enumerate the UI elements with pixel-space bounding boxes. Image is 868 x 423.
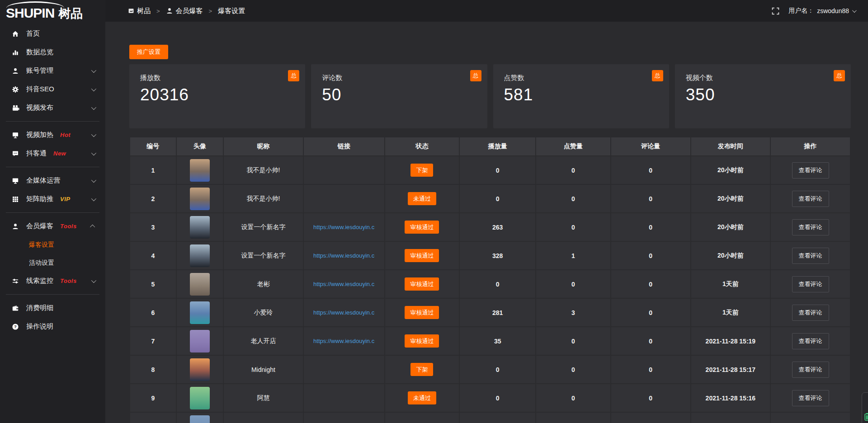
row-number-cell: 5	[130, 270, 176, 298]
breadcrumb-separator: >	[156, 8, 160, 14]
row-number-cell: 9	[130, 384, 176, 412]
stat-card: 评论数50总	[311, 64, 487, 128]
table-column-header: 昵称	[224, 137, 303, 155]
view-comments-button[interactable]: 查看评论	[792, 191, 829, 207]
breadcrumb-label: 树品	[137, 7, 151, 15]
sidebar-item[interactable]: 账号管理	[0, 61, 105, 80]
sidebar-item[interactable]: 会员爆客Tools	[0, 217, 105, 235]
status-badge[interactable]: 未通过	[408, 391, 436, 404]
sidebar-subitem[interactable]: 爆客设置	[0, 235, 105, 254]
video-link[interactable]: https://www.iesdouyin.c	[306, 252, 382, 259]
wallet-icon	[11, 305, 19, 312]
table-row: 1我不是小帅!下架00020小时前查看评论	[130, 156, 850, 184]
status-cell: 未通过	[385, 384, 459, 412]
view-comments-button[interactable]: 查看评论	[792, 162, 829, 179]
likes-cell: 0	[536, 270, 610, 298]
view-comments-button[interactable]: 查看评论	[792, 219, 829, 235]
action-cell: 查看评论	[771, 299, 850, 326]
sidebar-item-label: 消费明细	[26, 304, 53, 312]
video-link[interactable]: https://www.iesdouyin.c	[306, 224, 382, 230]
status-cell: 审核通过	[385, 270, 459, 298]
sidebar-item[interactable]: 线索监控Tools	[0, 272, 105, 290]
view-comments-button[interactable]: 查看评论	[792, 305, 829, 321]
table-column-header: 播放量	[460, 137, 535, 155]
view-comments-button[interactable]: 查看评论	[792, 333, 829, 349]
sidebar-item[interactable]: 矩阵助推VIP	[0, 190, 105, 208]
brand-logo[interactable]: SHUPIN 树品	[0, 0, 105, 22]
sidebar-item[interactable]: 抖客通New	[0, 144, 105, 163]
status-badge[interactable]: 下架	[410, 164, 433, 177]
sidebar-item-label: 视频发布	[26, 103, 53, 112]
status-badge[interactable]: 审核通过	[405, 221, 439, 234]
status-badge[interactable]: 审核通过	[405, 306, 439, 319]
breadcrumb-label: 爆客设置	[218, 7, 245, 15]
view-comments-button[interactable]: 查看评论	[792, 248, 829, 264]
stat-card-value: 50	[322, 85, 476, 104]
svg-text:?: ?	[14, 324, 17, 329]
comments-cell	[611, 413, 690, 423]
breadcrumb-item[interactable]: 树品	[128, 7, 151, 15]
row-number-cell: 4	[130, 242, 176, 269]
status-badge[interactable]: 审核通过	[405, 249, 439, 262]
fullscreen-icon[interactable]	[772, 7, 779, 15]
comments-cell: 0	[611, 213, 690, 241]
plays-cell: 0	[460, 156, 535, 184]
publish-time-cell: 2021-11-28 15:17	[691, 356, 770, 383]
comments-cell: 0	[611, 327, 690, 355]
table-column-header: 发布时间	[691, 137, 770, 155]
sidebar-divider	[6, 167, 99, 167]
avatar	[190, 387, 210, 409]
status-badge[interactable]: 下架	[410, 363, 433, 376]
avatar	[190, 244, 210, 267]
promotion-settings-button[interactable]: 推广设置	[129, 45, 168, 59]
avatar	[190, 216, 210, 239]
breadcrumb-label: 会员爆客	[176, 7, 203, 15]
publish-time-cell	[691, 413, 770, 423]
edge-widget[interactable]	[862, 392, 868, 423]
app-icon	[128, 8, 134, 14]
sliders-icon	[11, 277, 19, 285]
likes-cell: 0	[536, 356, 610, 383]
stats-cards: 播放数20316总评论数50总点赞数581总视频个数350总	[129, 64, 851, 128]
nickname-cell: 老人开店	[224, 327, 303, 355]
table-header-row: 编号头像昵称链接状态播放量点赞量评论量发布时间操作	[130, 137, 850, 155]
table-row: 9阿慧未通过0002021-11-28 15:16查看评论	[130, 384, 850, 412]
sidebar-item[interactable]: 首页	[0, 24, 105, 43]
video-link[interactable]: https://www.iesdouyin.c	[306, 338, 382, 344]
sidebar-item[interactable]: 抖音SEO	[0, 80, 105, 99]
sidebar-item[interactable]: 视频发布	[0, 99, 105, 117]
breadcrumb-item[interactable]: 会员爆客	[166, 7, 203, 15]
sidebar-item[interactable]: 视频加热Hot	[0, 126, 105, 144]
home-icon	[11, 30, 19, 38]
sidebar-subitem[interactable]: 活动设置	[0, 254, 105, 272]
sidebar-item[interactable]: 全媒体运营	[0, 171, 105, 190]
link-cell: https://www.iesdouyin.c	[304, 213, 384, 241]
view-comments-button[interactable]: 查看评论	[792, 390, 829, 406]
sidebar-item[interactable]: 数据总览	[0, 43, 105, 61]
link-cell: https://www.iesdouyin.c	[304, 270, 384, 298]
status-badge[interactable]: 审核通过	[405, 277, 439, 291]
stat-card: 点赞数581总	[493, 64, 669, 128]
nickname-cell: Midnight	[224, 356, 303, 383]
status-badge[interactable]: 未通过	[408, 192, 436, 205]
view-comments-button[interactable]: 查看评论	[792, 276, 829, 292]
plays-cell: 328	[460, 242, 535, 269]
total-badge: 总	[470, 70, 481, 81]
publish-time-cell: 20小时前	[691, 213, 770, 241]
publish-time-cell: 20小时前	[691, 185, 770, 212]
view-comments-button[interactable]: 查看评论	[792, 362, 829, 378]
video-link[interactable]: https://www.iesdouyin.c	[306, 281, 382, 287]
user-menu[interactable]: 用户名：zswodun88	[788, 7, 855, 15]
row-number-cell: 1	[130, 156, 176, 184]
chevron-down-icon	[91, 86, 96, 91]
status-cell: 审核通过	[385, 242, 459, 269]
sidebar-item[interactable]: 消费明细	[0, 299, 105, 317]
sidebar-item[interactable]: ?操作说明	[0, 317, 105, 336]
video-link[interactable]: https://www.iesdouyin.c	[306, 309, 382, 316]
nickname-cell: 小爱玲	[224, 299, 303, 326]
sidebar-item-badge: New	[53, 150, 66, 157]
status-badge[interactable]: 审核通过	[405, 334, 439, 348]
comments-cell: 0	[611, 299, 690, 326]
avatar	[190, 159, 210, 182]
table-column-header: 链接	[304, 137, 384, 155]
